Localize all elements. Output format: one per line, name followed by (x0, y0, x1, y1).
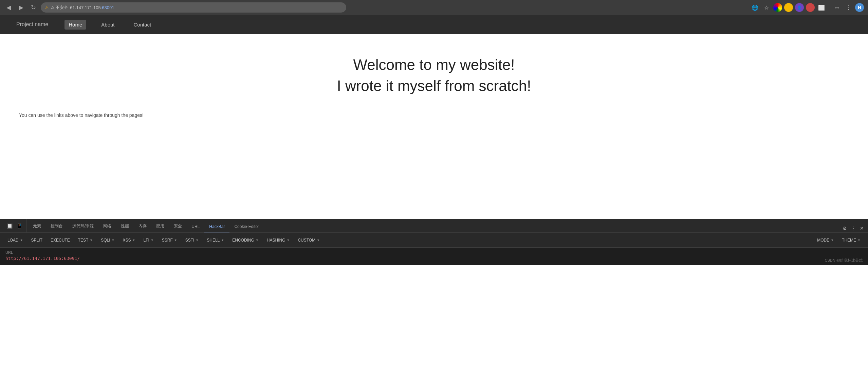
hackbar-test-btn[interactable]: TEST ▼ (75, 236, 96, 244)
devtools-tabs: 🔲 📱 元素 控制台 源代码/来源 网络 性能 内存 应用 安全 URL Hac… (0, 219, 868, 233)
hackbar-sqli-btn[interactable]: SQLI ▼ (97, 236, 118, 244)
tab-application[interactable]: 应用 (151, 220, 169, 232)
devtools-settings-icon[interactable]: ⚙ (841, 224, 848, 232)
reload-button[interactable]: ↻ (29, 3, 38, 12)
hackbar-execute-btn[interactable]: EXECUTE (47, 236, 73, 244)
tab-network[interactable]: 网络 (98, 220, 116, 232)
extension4-icon[interactable] (806, 3, 815, 12)
hackbar-url-label: URL (5, 250, 863, 254)
bookmark-icon[interactable]: ☆ (762, 3, 771, 12)
divider (829, 4, 829, 11)
devtools-more-icon[interactable]: ⋮ (850, 224, 857, 232)
device-mode-icon[interactable]: 📱 (15, 222, 24, 230)
devtools-panel: 🔲 📱 元素 控制台 源代码/来源 网络 性能 内存 应用 安全 URL Hac… (0, 219, 868, 265)
site-content: Welcome to my website! I wrote it myself… (0, 34, 868, 219)
browser-chrome: ◀ ▶ ↻ ⚠ ⚠ 不安全 61.147.171.105:63091 🌐 ☆ 👤… (0, 0, 868, 15)
tab-elements[interactable]: 元素 (28, 220, 46, 232)
menu-icon[interactable]: ⋮ (844, 3, 853, 12)
extension3-icon[interactable]: 👤 (795, 3, 804, 12)
forward-button[interactable]: ▶ (16, 3, 26, 12)
nav-contact[interactable]: Contact (129, 20, 155, 30)
hackbar-load-btn[interactable]: LOAD ▼ (4, 236, 26, 244)
tab-cookie-editor[interactable]: Cookie-Editor (229, 222, 264, 232)
hackbar-attribution: CSDN @给我杯冰美式 (825, 258, 863, 263)
hackbar-url-value[interactable]: http://61.147.171.105:63091/ (5, 256, 863, 261)
devtools-right-icons: ⚙ ⋮ ✕ (841, 224, 865, 232)
nav-about[interactable]: About (97, 20, 118, 30)
address-bar[interactable]: ⚠ ⚠ 不安全 61.147.171.105:63091 (41, 2, 346, 13)
hackbar-mode-btn[interactable]: MODE ▼ (814, 236, 837, 244)
tab-lighthouse[interactable]: URL (187, 222, 204, 232)
site-navbar: Project name Home About Contact (0, 15, 868, 34)
site-description: You can use the links above to navigate … (19, 112, 852, 118)
devtools-close-icon[interactable]: ✕ (858, 224, 865, 232)
tab-memory[interactable]: 内存 (134, 220, 151, 232)
devtools-left-icons: 🔲 📱 (3, 219, 27, 232)
hackbar-url-area: URL http://61.147.171.105:63091/ CSDN @给… (0, 248, 868, 265)
tab-security[interactable]: 安全 (169, 220, 187, 232)
security-warning-icon: ⚠ (45, 5, 49, 10)
browser-actions: 🌐 ☆ 👤 ⬜ ▭ ⋮ H (750, 3, 864, 12)
hackbar-toolbar: LOAD ▼ SPLIT EXECUTE TEST ▼ SQLI ▼ XSS ▼… (0, 233, 868, 248)
extension1-icon[interactable] (773, 3, 782, 12)
hackbar-split-btn[interactable]: SPLIT (28, 236, 46, 244)
not-secure-label: ⚠ 不安全 (51, 5, 68, 11)
window-extend-icon[interactable]: ⬜ (817, 3, 826, 12)
hackbar-xss-btn[interactable]: XSS ▼ (119, 236, 139, 244)
address-url: 61.147.171.105:63091 (70, 5, 114, 10)
hackbar-theme-btn[interactable]: THEME ▼ (838, 236, 864, 244)
tab-console[interactable]: 控制台 (46, 220, 68, 232)
hero-title: Welcome to my website! I wrote it myself… (16, 54, 852, 96)
hackbar-custom-btn[interactable]: CUSTOM ▼ (294, 236, 323, 244)
hackbar-shell-btn[interactable]: SHELL ▼ (203, 236, 227, 244)
hackbar-lfi-btn[interactable]: LFI ▼ (140, 236, 157, 244)
extension2-icon[interactable] (784, 3, 793, 12)
hackbar-encoding-btn[interactable]: ENCODING ▼ (229, 236, 262, 244)
inspect-element-icon[interactable]: 🔲 (5, 222, 14, 230)
nav-home[interactable]: Home (64, 20, 86, 30)
split-view-icon[interactable]: ▭ (832, 3, 842, 12)
tab-performance[interactable]: 性能 (116, 220, 134, 232)
back-button[interactable]: ◀ (4, 3, 14, 12)
hackbar-ssti-btn[interactable]: SSTI ▼ (182, 236, 202, 244)
hackbar-hashing-btn[interactable]: HASHING ▼ (263, 236, 293, 244)
site-brand: Project name (16, 21, 48, 28)
tab-sources[interactable]: 源代码/来源 (68, 220, 98, 232)
hackbar-ssrf-btn[interactable]: SSRF ▼ (159, 236, 181, 244)
tab-hackbar[interactable]: HackBar (204, 222, 229, 232)
profile-icon[interactable]: H (855, 3, 864, 12)
translate-icon[interactable]: 🌐 (750, 3, 760, 12)
